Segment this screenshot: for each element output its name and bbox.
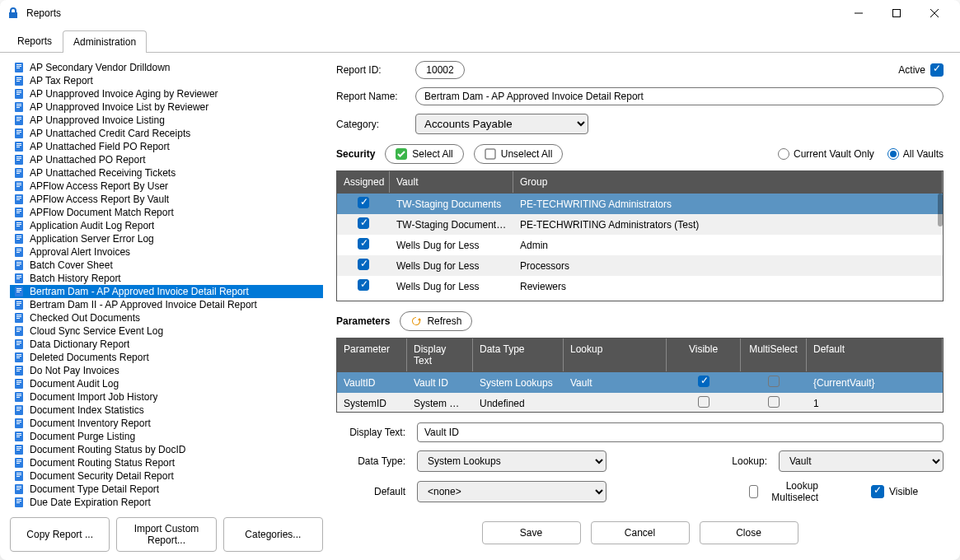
copy-report-button[interactable]: Copy Report ... (10, 517, 110, 552)
tree-item[interactable]: AP Tax Report (10, 74, 323, 87)
report-id-field[interactable] (415, 61, 465, 79)
tree-item[interactable]: APFlow Access Report By User (10, 180, 323, 193)
tree-item[interactable]: Do Not Pay Invoices (10, 364, 323, 377)
security-row[interactable]: Wells Dug for LessProcessors (337, 255, 943, 276)
tree-item-label: Approval Alert Invoices (30, 246, 130, 258)
security-row[interactable]: TW-Staging Documents TestPE-TECHWRITING … (337, 214, 943, 235)
tree-item-label: Document Routing Status Report (30, 457, 175, 469)
assigned-checkbox[interactable] (358, 238, 369, 250)
col-default[interactable]: Default (807, 338, 943, 371)
visible-cell-checkbox[interactable] (698, 396, 709, 408)
multiselect-cell-checkbox[interactable] (768, 396, 780, 408)
scrollbar[interactable] (938, 194, 943, 226)
tree-item[interactable]: AP Unapproved Invoice List by Reviewer (10, 100, 323, 114)
minimize-button[interactable] (840, 0, 878, 26)
col-vault[interactable]: Vault (390, 171, 513, 193)
tree-item[interactable]: Document Type Detail Report (10, 483, 323, 496)
col-assigned[interactable]: Assigned (337, 171, 390, 193)
tree-item[interactable]: AP Unattached Receiving Tickets (10, 166, 323, 180)
tree-item[interactable]: Checked Out Documents (10, 311, 323, 324)
tree-item[interactable]: Cloud Sync Service Event Log (10, 324, 323, 338)
tree-item[interactable]: Document Routing Status Report (10, 456, 323, 469)
tree-item[interactable]: Document Routing Status by DocID (10, 443, 323, 456)
tree-item[interactable]: AP Unattached Field PO Report (10, 140, 323, 153)
tree-item[interactable]: Document Import Job History (10, 390, 323, 404)
tree-item[interactable]: Batch History Report (10, 272, 323, 285)
active-checkbox[interactable] (930, 63, 944, 77)
visible-wrap[interactable]: Visible (871, 485, 944, 498)
tree-item[interactable]: Application Server Error Log (10, 232, 323, 245)
cancel-button[interactable]: Cancel (591, 521, 690, 544)
assigned-checkbox[interactable] (358, 217, 369, 229)
tree-item[interactable]: Document Audit Log (10, 377, 323, 390)
tree-item[interactable]: Bertram Dam - AP Approved Invoice Detail… (10, 285, 323, 298)
assigned-checkbox[interactable] (358, 259, 369, 270)
tree-item[interactable]: APFlow Access Report By Vault (10, 193, 323, 206)
assigned-checkbox[interactable] (358, 279, 369, 291)
maximize-button[interactable] (878, 0, 916, 26)
tree-item[interactable]: Document Security Detail Report (10, 469, 323, 483)
data-type-select[interactable]: System Lookups (417, 450, 606, 472)
col-visible[interactable]: Visible (667, 338, 741, 371)
current-vault-radio[interactable] (778, 148, 789, 160)
tree-item[interactable]: Approval Alert Invoices (10, 245, 323, 259)
security-grid[interactable]: Assigned Vault Group TW-Staging Document… (336, 170, 944, 301)
categories-button[interactable]: Categories... (223, 517, 323, 552)
report-name-field[interactable] (415, 87, 944, 105)
tab-administration[interactable]: Administration (63, 30, 147, 53)
report-icon (13, 246, 25, 258)
tree-item[interactable]: Document Index Statistics (10, 404, 323, 417)
svg-rect-127 (16, 463, 20, 464)
tab-reports[interactable]: Reports (7, 30, 63, 52)
select-all-button[interactable]: Select All (385, 144, 463, 164)
assigned-checkbox[interactable] (358, 197, 369, 208)
svg-rect-134 (16, 488, 21, 488)
security-row[interactable]: Wells Dug for LessAdmin (337, 235, 943, 255)
tree-item[interactable]: Document Purge Listing (10, 430, 323, 443)
col-lookup[interactable]: Lookup (564, 338, 667, 371)
col-group[interactable]: Group (513, 171, 943, 193)
security-row[interactable]: TW-Staging DocumentsPE-TECHWRITING Admin… (337, 194, 943, 214)
lookup-multiselect-wrap[interactable]: Lookup Multiselect (749, 480, 822, 503)
visible-checkbox[interactable] (871, 485, 884, 498)
all-vaults-radio-wrap[interactable]: All Vaults (887, 148, 944, 160)
default-select[interactable]: <none> (417, 481, 606, 502)
close-button[interactable] (916, 0, 953, 26)
tree-item[interactable]: Document Inventory Report (10, 417, 323, 430)
tree-item[interactable]: Bertram Dam II - AP Approved Invoice Det… (10, 298, 323, 311)
security-row[interactable]: Wells Dug for LessReviewers (337, 276, 943, 296)
parameter-row[interactable]: VaultIDVault IDSystem LookupsVault{Curre… (337, 372, 943, 393)
parameters-grid[interactable]: Parameter Display Text Data Type Lookup … (336, 338, 944, 413)
current-vault-radio-wrap[interactable]: Current Vault Only (778, 148, 874, 160)
col-parameter[interactable]: Parameter (337, 338, 407, 371)
all-vaults-radio[interactable] (887, 148, 899, 160)
save-button[interactable]: Save (482, 521, 581, 544)
refresh-button[interactable]: Refresh (400, 311, 472, 331)
svg-rect-99 (16, 371, 20, 371)
tree-item[interactable]: AP Secondary Vendor Drilldown (10, 61, 323, 74)
unselect-all-button[interactable]: Unselect All (474, 144, 564, 164)
tree-item[interactable]: AP Unapproved Invoice Listing (10, 114, 323, 127)
tree-item[interactable]: AP Unattached Credit Card Receipts (10, 127, 323, 140)
lookup-select[interactable]: Vault (779, 450, 944, 472)
tree-item[interactable]: Data Dictionary Report (10, 338, 323, 351)
visible-cell-checkbox[interactable] (698, 376, 709, 387)
tree-item[interactable]: Batch Cover Sheet (10, 259, 323, 272)
tree-item[interactable]: Application Audit Log Report (10, 219, 323, 232)
tree-item[interactable]: Deleted Documents Report (10, 351, 323, 364)
parameter-row[interactable]: SystemIDSystem DeterUndefined1 (337, 393, 943, 412)
multiselect-cell-checkbox[interactable] (768, 376, 780, 387)
tree-item[interactable]: AP Unattached PO Report (10, 153, 323, 166)
tree-item[interactable]: Due Date Expiration Report (10, 496, 323, 509)
import-custom-report-button[interactable]: Import Custom Report... (116, 517, 216, 552)
display-text-field[interactable] (417, 422, 944, 442)
close-form-button[interactable]: Close (700, 521, 798, 544)
lookup-multiselect-checkbox[interactable] (749, 485, 758, 498)
col-display-text[interactable]: Display Text (407, 338, 473, 371)
col-data-type[interactable]: Data Type (473, 338, 564, 371)
tree-item[interactable]: AP Unapproved Invoice Aging by Reviewer (10, 87, 323, 100)
report-tree[interactable]: AP Secondary Vendor DrilldownAP Tax Repo… (10, 61, 323, 509)
tree-item[interactable]: APFlow Document Match Report (10, 206, 323, 219)
col-multiselect[interactable]: MultiSelect (741, 338, 807, 371)
category-select[interactable]: Accounts Payable (415, 114, 588, 134)
